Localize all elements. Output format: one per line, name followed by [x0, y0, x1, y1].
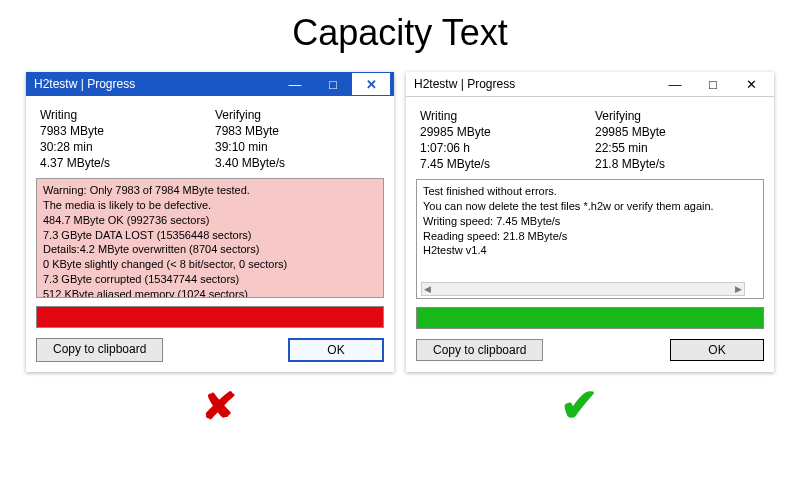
close-icon[interactable]: ✕ [352, 73, 390, 95]
writing-speed: 4.37 MByte/s [40, 156, 205, 170]
stats-panel: Writing 7983 MByte 30:28 min 4.37 MByte/… [36, 104, 384, 178]
verifying-label: Verifying [595, 109, 760, 123]
verifying-column: Verifying 29985 MByte 22:55 min 21.8 MBy… [595, 109, 760, 171]
window-content: Writing 7983 MByte 30:28 min 4.37 MByte/… [26, 96, 394, 372]
window-title: H2testw | Progress [414, 77, 656, 91]
log-line: Test finished without errors. [423, 184, 757, 199]
pass-mark-icon: ✔ [560, 378, 599, 432]
log-line: Details:4.2 MByte overwritten (8704 sect… [43, 242, 377, 257]
verifying-column: Verifying 7983 MByte 39:10 min 3.40 MByt… [215, 108, 380, 170]
windows-container: H2testw | Progress — □ ✕ Writing 7983 MB… [0, 72, 800, 372]
ok-button[interactable]: OK [670, 339, 764, 361]
verifying-time: 39:10 min [215, 140, 380, 154]
titlebar: H2testw | Progress — □ ✕ [406, 72, 774, 97]
verifying-amount: 29985 MByte [595, 125, 760, 139]
stats-panel: Writing 29985 MByte 1:07:06 h 7.45 MByte… [416, 105, 764, 179]
window-controls: — □ ✕ [656, 73, 770, 95]
log-line: 0 KByte slightly changed (< 8 bit/sector… [43, 257, 377, 272]
log-output: Warning: Only 7983 of 7984 MByte tested.… [36, 178, 384, 298]
writing-label: Writing [40, 108, 205, 122]
verifying-amount: 7983 MByte [215, 124, 380, 138]
log-line: Warning: Only 7983 of 7984 MByte tested. [43, 183, 377, 198]
window-pass: H2testw | Progress — □ ✕ Writing 29985 M… [406, 72, 774, 372]
writing-time: 1:07:06 h [420, 141, 585, 155]
window-content: Writing 29985 MByte 1:07:06 h 7.45 MByte… [406, 97, 774, 371]
log-line: 7.3 GByte corrupted (15347744 sectors) [43, 272, 377, 287]
fail-mark-icon: ✘ [201, 383, 238, 426]
writing-amount: 29985 MByte [420, 125, 585, 139]
maximize-icon[interactable]: □ [314, 73, 352, 95]
verifying-speed: 21.8 MByte/s [595, 157, 760, 171]
log-line: The media is likely to be defective. [43, 198, 377, 213]
button-row: Copy to clipboard OK [36, 338, 384, 362]
writing-time: 30:28 min [40, 140, 205, 154]
writing-speed: 7.45 MByte/s [420, 157, 585, 171]
progress-bar [416, 307, 764, 329]
maximize-icon[interactable]: □ [694, 73, 732, 95]
verifying-time: 22:55 min [595, 141, 760, 155]
window-fail: H2testw | Progress — □ ✕ Writing 7983 MB… [26, 72, 394, 372]
log-line: H2testw v1.4 [423, 243, 757, 258]
copy-to-clipboard-button[interactable]: Copy to clipboard [416, 339, 543, 361]
minimize-icon[interactable]: — [276, 73, 314, 95]
close-icon[interactable]: ✕ [732, 73, 770, 95]
log-line: Writing speed: 7.45 MByte/s [423, 214, 757, 229]
page-title: Capacity Text [0, 12, 800, 54]
titlebar: H2testw | Progress — □ ✕ [26, 72, 394, 96]
scroll-left-icon[interactable]: ◀ [424, 283, 431, 295]
writing-column: Writing 7983 MByte 30:28 min 4.37 MByte/… [40, 108, 205, 170]
verifying-label: Verifying [215, 108, 380, 122]
copy-to-clipboard-button[interactable]: Copy to clipboard [36, 338, 163, 362]
window-title: H2testw | Progress [34, 77, 276, 91]
writing-amount: 7983 MByte [40, 124, 205, 138]
writing-column: Writing 29985 MByte 1:07:06 h 7.45 MByte… [420, 109, 585, 171]
minimize-icon[interactable]: — [656, 73, 694, 95]
log-line: 484.7 MByte OK (992736 sectors) [43, 213, 377, 228]
window-controls: — □ ✕ [276, 73, 390, 95]
progress-bar [36, 306, 384, 328]
log-line: Reading speed: 21.8 MByte/s [423, 229, 757, 244]
log-line: 7.3 GByte DATA LOST (15356448 sectors) [43, 228, 377, 243]
scroll-right-icon[interactable]: ▶ [735, 283, 742, 295]
writing-label: Writing [420, 109, 585, 123]
log-line: You can now delete the test files *.h2w … [423, 199, 757, 214]
button-row: Copy to clipboard OK [416, 339, 764, 361]
ok-button[interactable]: OK [288, 338, 384, 362]
log-output: Test finished without errors. You can no… [416, 179, 764, 299]
scrollbar-horizontal[interactable]: ◀ ▶ [421, 282, 745, 296]
verifying-speed: 3.40 MByte/s [215, 156, 380, 170]
result-marks: ✘ ✔ [0, 378, 800, 432]
log-line: 512 KByte aliased memory (1024 sectors) [43, 287, 377, 298]
